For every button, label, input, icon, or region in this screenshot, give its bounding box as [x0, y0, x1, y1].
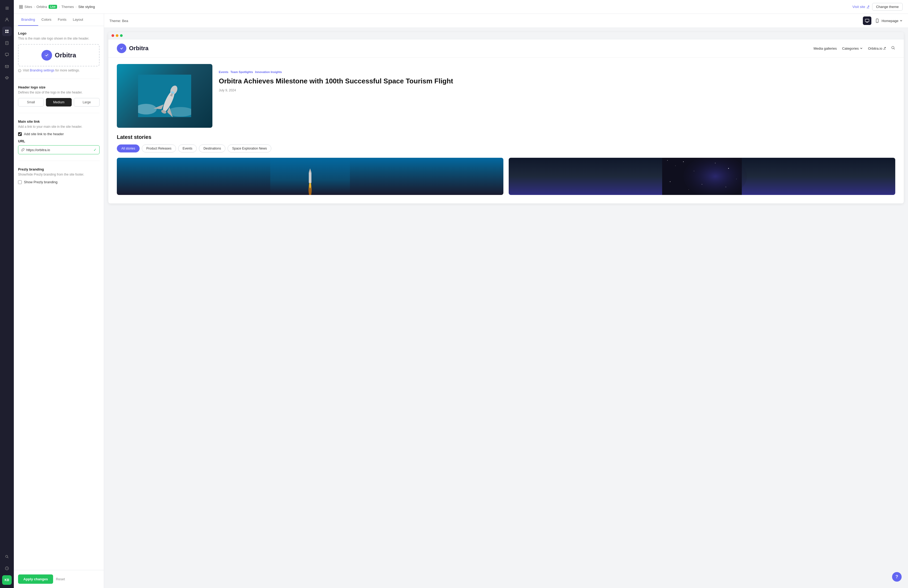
site-logo: Orbitra: [117, 43, 148, 53]
story-card-0: [117, 158, 503, 195]
theme-label: Theme: Bea: [109, 19, 863, 23]
size-buttons: Small Medium Large: [18, 98, 100, 106]
filter-destinations[interactable]: Destinations: [199, 145, 225, 153]
hero-tags: Events Team Spotlights Innovation Insigh…: [219, 70, 895, 74]
svg-point-26: [877, 22, 878, 22]
svg-point-53: [688, 189, 689, 190]
svg-point-54: [726, 187, 726, 187]
mobile-icon[interactable]: [873, 16, 881, 25]
story-card-img-1: [509, 158, 895, 195]
tab-fonts[interactable]: Fonts: [55, 14, 70, 26]
top-header: Sites › Orbitra Live › Themes › Site sty…: [14, 0, 908, 14]
svg-line-11: [7, 557, 8, 558]
user-icon[interactable]: [2, 15, 12, 24]
site-link-checkbox[interactable]: [18, 132, 22, 136]
size-small-button[interactable]: Small: [18, 98, 44, 106]
breadcrumb-sep-3: ›: [76, 5, 76, 9]
svg-rect-16: [19, 7, 21, 8]
browser-dot-green: [120, 34, 123, 37]
svg-text:i: i: [19, 70, 20, 72]
breadcrumb-sites[interactable]: Sites: [24, 5, 32, 9]
hero-tag-1: Team Spotlights: [230, 70, 253, 74]
grid-icon[interactable]: [2, 27, 12, 36]
site-link-checkbox-row[interactable]: Add site link to the header: [18, 132, 100, 136]
panel-content: Logo This is the main site logo shown in…: [14, 26, 104, 570]
browser-mock: Orbitra Media galleries Categories Orbit…: [108, 32, 904, 203]
hero-image: [117, 64, 213, 128]
layers-icon[interactable]: [2, 73, 12, 83]
filter-product-releases[interactable]: Product Releases: [142, 145, 176, 153]
sites-icon: [19, 5, 23, 9]
svg-point-48: [715, 163, 715, 163]
branding-settings-link[interactable]: Branding settings: [30, 69, 55, 72]
svg-rect-3: [5, 32, 6, 33]
icon-sidebar: ⊞ ? KB: [0, 0, 14, 588]
svg-rect-2: [7, 30, 8, 31]
panel-footer: Apply changes Reset: [14, 570, 104, 588]
comment-icon[interactable]: [2, 50, 12, 60]
prezly-branding-title: Prezly branding: [18, 167, 100, 171]
tab-colors[interactable]: Colors: [38, 14, 55, 26]
hero-content: Events Team Spotlights Innovation Insigh…: [219, 64, 895, 92]
svg-line-29: [894, 48, 895, 49]
filter-all-stories[interactable]: All stories: [117, 145, 140, 153]
breadcrumb-sep-1: ›: [34, 5, 35, 9]
home-icon[interactable]: ⊞: [2, 3, 12, 13]
logo-section-desc: This is the main site logo shown in the …: [18, 36, 100, 41]
visit-site-button[interactable]: Visit site: [853, 5, 869, 9]
left-panel: Branding Colors Fonts Layout Logo This i…: [14, 14, 104, 588]
story-card-1: [509, 158, 895, 195]
breadcrumb-orbitra[interactable]: Orbitra: [36, 5, 47, 9]
preview-area: Theme: Bea Homepage: [104, 14, 908, 588]
mail-icon[interactable]: [2, 61, 12, 71]
tab-layout[interactable]: Layout: [69, 14, 86, 26]
svg-rect-14: [19, 5, 21, 6]
svg-point-51: [702, 184, 702, 185]
filter-space-news[interactable]: Space Exploration News: [227, 145, 271, 153]
logo-size-title: Header logo size: [18, 85, 100, 89]
header-actions: Visit site Change theme: [853, 3, 903, 11]
tabs: Branding Colors Fonts Layout: [14, 14, 104, 26]
svg-point-50: [736, 179, 737, 179]
story-card-img-0: [117, 158, 503, 195]
logo-size-section: Header logo size Defines the size of the…: [18, 85, 100, 113]
svg-point-52: [670, 181, 670, 182]
logo-upload-area[interactable]: Orbitra: [18, 44, 100, 66]
desktop-icon[interactable]: [863, 16, 871, 25]
svg-rect-1: [5, 30, 6, 31]
hero-section: Events Team Spotlights Innovation Insigh…: [108, 58, 904, 134]
tab-branding[interactable]: Branding: [18, 14, 38, 26]
site-search-icon[interactable]: [891, 46, 895, 51]
site-preview: Orbitra Media galleries Categories Orbit…: [108, 39, 904, 203]
logo-section: Logo This is the main site logo shown in…: [18, 31, 100, 79]
search-bottom-icon[interactable]: [2, 552, 12, 561]
site-link-checkbox-label: Add site link to the header: [24, 132, 64, 136]
url-input[interactable]: [26, 148, 92, 152]
kb-avatar[interactable]: KB: [2, 575, 12, 585]
help-button[interactable]: ?: [892, 572, 902, 582]
logo-size-desc: Defines the size of the logo in the site…: [18, 90, 100, 95]
book-icon[interactable]: [2, 38, 12, 48]
reset-button[interactable]: Reset: [56, 575, 65, 584]
apply-changes-button[interactable]: Apply changes: [18, 575, 53, 584]
nav-orbitra-io[interactable]: Orbitra.io: [868, 47, 886, 50]
page-selector[interactable]: Homepage: [881, 19, 903, 23]
prezly-branding-section: Prezly branding Show/hide Prezly brandin…: [18, 167, 100, 190]
breadcrumb-themes[interactable]: Themes: [61, 5, 74, 9]
latest-stories-section: Latest stories All stories Product Relea…: [108, 134, 904, 203]
prezly-branding-checkbox[interactable]: [18, 180, 22, 184]
nav-categories[interactable]: Categories: [842, 47, 863, 50]
prezly-branding-checkbox-row[interactable]: Show Prezly branding: [18, 180, 100, 184]
size-large-button[interactable]: Large: [74, 98, 100, 106]
size-medium-button[interactable]: Medium: [46, 98, 72, 106]
hero-title: Orbitra Achieves Milestone with 100th Su…: [219, 77, 895, 86]
nav-media-galleries[interactable]: Media galleries: [813, 47, 837, 50]
help-bottom-icon[interactable]: ?: [2, 564, 12, 573]
change-theme-button[interactable]: Change theme: [872, 3, 903, 11]
svg-point-18: [44, 53, 49, 58]
preview-toolbar: Theme: Bea Homepage: [104, 14, 908, 28]
filter-events[interactable]: Events: [178, 145, 197, 153]
url-check-icon: ✓: [93, 148, 97, 152]
svg-point-49: [728, 168, 729, 169]
svg-point-27: [119, 46, 124, 51]
